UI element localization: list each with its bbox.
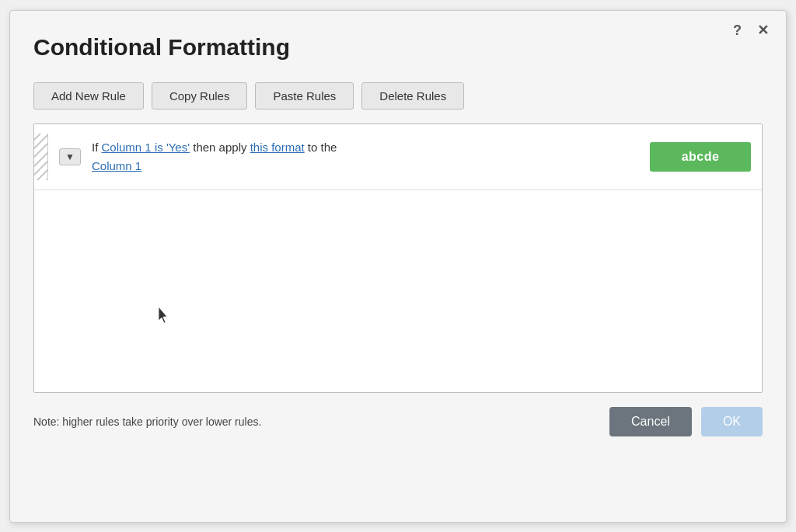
rule-column-link[interactable]: Column 1 (92, 159, 141, 172)
toolbar: Add New Rule Copy Rules Paste Rules Dele… (33, 82, 763, 110)
dialog-title: Conditional Formatting (33, 34, 763, 61)
paste-rules-button[interactable]: Paste Rules (255, 82, 354, 110)
dialog-footer: Note: higher rules take priority over lo… (33, 407, 763, 436)
close-button[interactable]: ✕ (754, 22, 772, 39)
rule-row: ▼ If Column 1 is 'Yes' then apply this f… (34, 124, 762, 190)
rule-text: If Column 1 is 'Yes' then apply this for… (92, 138, 639, 176)
copy-rules-button[interactable]: Copy Rules (152, 82, 248, 110)
conditional-formatting-dialog: ? ✕ Conditional Formatting Add New Rule … (9, 10, 787, 523)
rule-dropdown-button[interactable]: ▼ (59, 148, 81, 165)
cancel-button[interactable]: Cancel (609, 407, 692, 436)
drag-handle[interactable] (34, 134, 48, 180)
cursor-icon (159, 307, 171, 324)
rule-text-prefix: If (92, 141, 102, 154)
rule-text-middle: then apply (190, 141, 250, 154)
help-button[interactable]: ? (730, 22, 745, 39)
rule-preview: abcde (650, 142, 751, 172)
rule-condition-link[interactable]: Column 1 is 'Yes' (102, 141, 190, 154)
delete-rules-button[interactable]: Delete Rules (361, 82, 464, 110)
ok-button[interactable]: OK (701, 407, 763, 436)
add-new-rule-button[interactable]: Add New Rule (33, 82, 144, 110)
footer-buttons: Cancel OK (609, 407, 763, 436)
rule-text-suffix: to the (305, 141, 337, 154)
dialog-top-controls: ? ✕ (730, 22, 772, 39)
rule-format-link[interactable]: this format (250, 141, 305, 154)
rules-empty-area (34, 190, 762, 392)
footer-note: Note: higher rules take priority over lo… (33, 416, 261, 428)
rules-container: ▼ If Column 1 is 'Yes' then apply this f… (33, 123, 763, 393)
